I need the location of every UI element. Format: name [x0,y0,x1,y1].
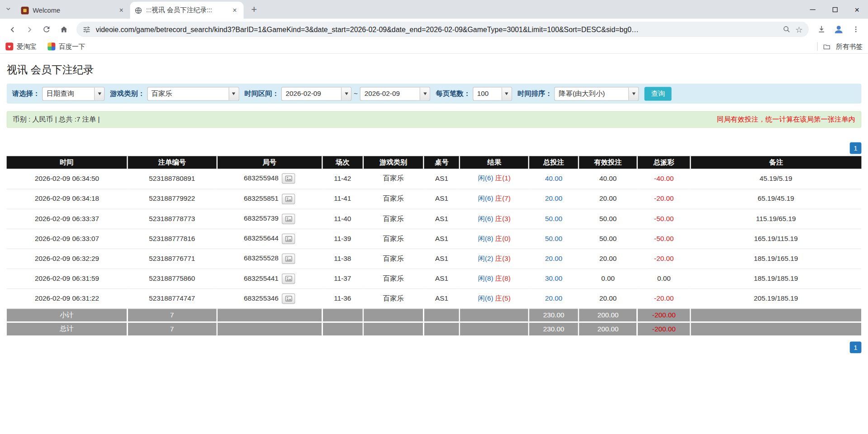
bet-id-cell: 523188775860 [127,269,217,288]
bookmark-star-icon[interactable]: ☆ [795,25,802,33]
tab-betrecord[interactable]: :::视讯 会员下注纪录::: × [130,2,244,19]
tab-close-icon[interactable]: × [117,6,126,15]
summary-empty-cell [424,322,460,336]
video-replay-button[interactable] [282,233,295,244]
session-cell: 11-38 [322,249,363,269]
summary-count-cell: 7 [127,308,217,322]
query-type-select[interactable]: 日期查询 [42,87,104,101]
column-header-8: 总投注 [529,156,579,169]
date-end-select[interactable]: 2026-02-09 [360,87,430,101]
total-bet-cell[interactable]: 50.00 [529,229,579,249]
tab-close-icon[interactable]: × [230,6,239,15]
column-header-6: 桌号 [424,156,460,169]
downloads-button[interactable] [814,22,829,37]
remark-cell: 185.19/165.19 [690,249,861,269]
tune-icon [82,25,90,33]
video-replay-button[interactable] [282,193,295,204]
url-text[interactable]: videoie.com/game/betrecord_search/kind3?… [96,25,778,33]
per-page-select[interactable]: 100 [473,87,512,101]
video-replay-button[interactable] [282,253,295,264]
summary-empty-cell [322,322,363,336]
valid-bet-cell: 0.00 [579,269,637,288]
round-number: 683255346 [244,294,279,302]
video-replay-button[interactable] [282,293,295,303]
round-cell: 683255644 [217,229,322,249]
chevron-down-icon [420,87,430,100]
film-icon [285,295,292,301]
back-button[interactable] [5,22,20,37]
result-cell: 闲(6) 庄(7) [460,189,529,209]
all-bookmarks-label: 所有书签 [836,42,863,51]
refresh-icon [42,25,51,34]
session-cell: 11-40 [322,209,363,229]
menu-button[interactable] [848,22,863,37]
game-type-label: 游戏类别： [110,89,145,99]
chevron-down-icon [94,87,104,100]
time-cell: 2026-02-09 06:31:59 [7,269,127,288]
total-bet-cell[interactable]: 20.00 [529,189,579,209]
tab-welcome[interactable]: Welcome × [17,2,130,19]
maximize-button[interactable] [824,0,846,19]
summary-total-bet-cell: 230.00 [529,322,579,336]
time-cell: 2026-02-09 06:33:37 [7,209,127,229]
page-button-1[interactable]: 1 [850,342,862,354]
tab-search-button[interactable] [0,0,17,19]
total-bet-cell[interactable]: 30.00 [529,269,579,288]
bookmark-label: 百度一下 [59,42,85,51]
table-no-cell: AS1 [424,269,460,288]
summary-count-cell: 7 [127,322,217,336]
profile-avatar[interactable] [831,22,846,37]
bet-id-cell: 523188777816 [127,229,217,249]
round-number: 683255739 [244,214,279,222]
total-bet-cell[interactable]: 20.00 [529,288,579,308]
chevron-down-icon [228,87,238,100]
zoom-icon[interactable] [783,25,790,33]
forward-button[interactable] [22,22,37,37]
total-bet-cell[interactable]: 40.00 [529,169,579,189]
game-type-select[interactable]: 百家乐 [147,87,239,101]
valid-bet-cell: 20.00 [579,189,637,209]
video-replay-button[interactable] [282,213,295,224]
summary-label-cell: 总计 [7,322,127,336]
result-cell: 闲(8) 庄(0) [460,229,529,249]
remark-cell: 205.19/185.19 [690,288,861,308]
table-row: 2026-02-09 06:31:22523188774747683255346… [7,288,862,308]
bookmark-baidu[interactable]: 百度一下 [47,42,85,51]
new-tab-button[interactable]: + [247,2,261,17]
result-cell: 闲(6) 庄(3) [460,209,529,229]
time-cell: 2026-02-09 06:31:22 [7,288,127,308]
total-bet-cell[interactable]: 50.00 [529,209,579,229]
table-no-cell: AS1 [424,249,460,269]
page-button-1[interactable]: 1 [850,142,862,154]
site-info-icon[interactable] [82,25,90,33]
bookmark-aitaobao[interactable]: ♥ 爱淘宝 [5,42,37,51]
video-replay-button[interactable] [282,174,295,184]
result-cell: 闲(6) 庄(1) [460,169,529,189]
game-type-cell: 百家乐 [363,189,424,209]
search-button[interactable]: 查询 [645,87,672,101]
address-bar[interactable]: videoie.com/game/betrecord_search/kind3?… [76,22,809,37]
video-replay-button[interactable] [282,273,295,283]
avatar-icon [833,24,844,35]
home-button[interactable] [56,22,71,37]
total-bet-cell[interactable]: 20.00 [529,249,579,269]
time-cell: 2026-02-09 06:34:50 [7,169,127,189]
minimize-button[interactable] [802,0,824,19]
forward-icon [24,24,34,34]
summary-empty-cell [690,308,861,322]
valid-bet-cell: 50.00 [579,229,637,249]
table-no-cell: AS1 [424,209,460,229]
minimize-icon [810,9,816,9]
close-button[interactable]: × [846,0,868,19]
welcome-favicon [21,6,29,14]
all-bookmarks[interactable]: 所有书签 [817,42,862,51]
back-icon [8,24,17,34]
refresh-button[interactable] [39,22,54,37]
date-start-select[interactable]: 2026-02-09 [281,87,351,101]
page-title: 视讯 会员下注纪录 [7,62,862,77]
valid-bet-cell: 20.00 [579,249,637,269]
banker-result: 庄(5) [495,294,511,302]
table-no-cell: AS1 [424,288,460,308]
sort-select[interactable]: 降幂(由大到小) [555,87,639,101]
round-number: 683255528 [244,254,279,262]
